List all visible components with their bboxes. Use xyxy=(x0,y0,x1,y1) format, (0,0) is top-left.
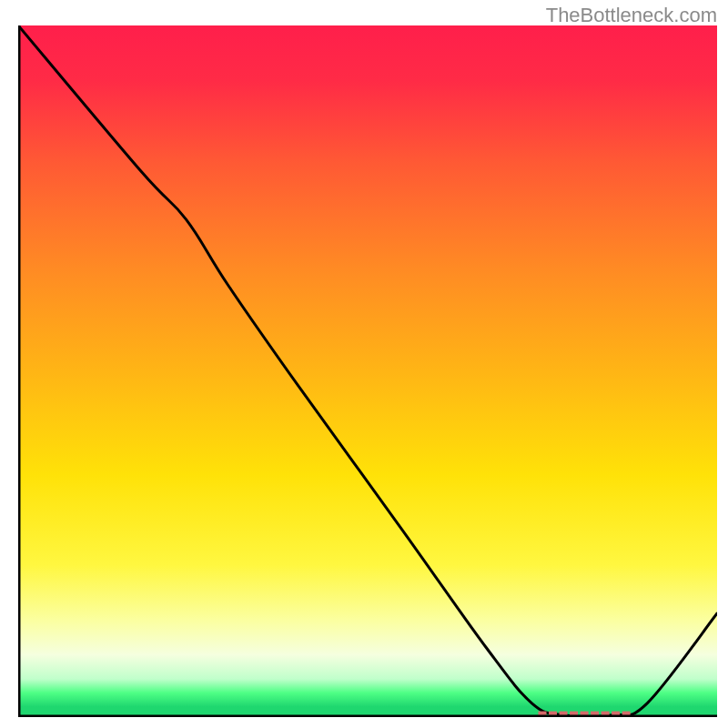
gradient-background xyxy=(18,25,717,717)
plot-area xyxy=(18,25,717,717)
chart-svg xyxy=(18,25,717,717)
chart-container: TheBottleneck.com xyxy=(0,0,728,728)
attribution-text: TheBottleneck.com xyxy=(546,4,717,27)
